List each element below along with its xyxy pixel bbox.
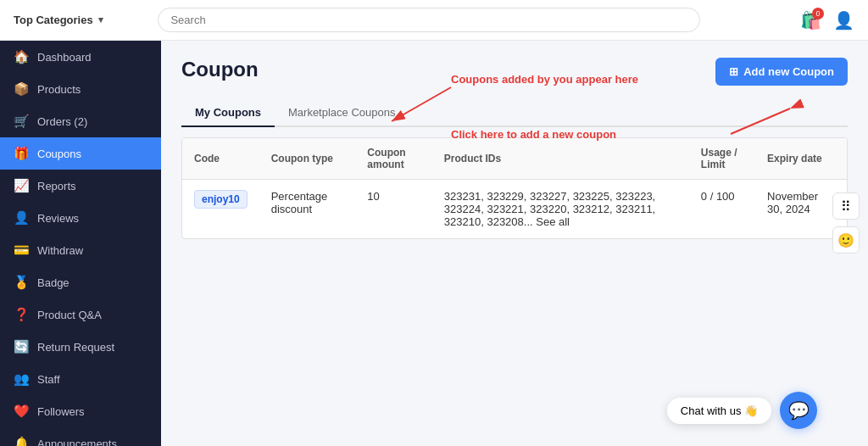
followers-icon: ❤️ (14, 404, 29, 419)
sidebar-item-products[interactable]: 📦 Products (0, 73, 161, 105)
reports-icon: 📈 (14, 178, 29, 193)
dashboard-icon: 🏠 (14, 49, 29, 64)
col-code: Code (182, 138, 259, 180)
add-coupon-label: Add new Coupon (743, 65, 834, 78)
sidebar-label: Withdraw (37, 244, 83, 257)
sidebar-label: Followers (37, 405, 85, 418)
top-categories-label: Top Categories (14, 14, 93, 26)
sidebar-label: Staff (37, 373, 60, 386)
search-wrapper (158, 8, 700, 32)
main-content: Coupons added by you appear here Click h… (161, 41, 868, 446)
grid-icon[interactable]: ⠿ (832, 192, 860, 220)
chevron-down-icon: ▾ (98, 14, 103, 25)
sidebar-item-orders[interactable]: 🛒 Orders (2) (0, 105, 161, 137)
cell-amount: 10 (355, 180, 431, 239)
tabs-bar: My Coupons Marketplace Coupons (181, 99, 848, 127)
sidebar-item-staff[interactable]: 👥 Staff (0, 363, 161, 395)
sidebar-item-reports[interactable]: 📈 Reports (0, 170, 161, 202)
announcements-icon: 🔔 (14, 436, 29, 446)
sidebar-label: Coupons (37, 148, 81, 160)
reviews-icon: 👤 (14, 210, 29, 226)
profile-icon[interactable]: 👤 (833, 10, 854, 31)
products-icon: 📦 (14, 81, 29, 97)
table-row: enjoy10 Percentage discount 10 323231, 3… (182, 180, 847, 239)
topbar-icons: 🛍️ 0 👤 (800, 10, 854, 31)
chat-bubble[interactable]: Chat with us 👋 (667, 398, 771, 424)
sidebar: 🏠 Dashboard 📦 Products 🛒 Orders (2) 🎁 Co… (0, 41, 161, 446)
coupon-code-badge: enjoy10 (194, 190, 248, 209)
cell-products: 323231, 323229, 323227, 323225, 323223, … (432, 180, 689, 239)
col-usage: Usage / Limit (689, 138, 755, 180)
coupon-table-wrapper: Code Coupon type Coupon amount Product I… (181, 137, 848, 239)
withdraw-icon: 💳 (14, 243, 29, 258)
search-input[interactable] (158, 8, 700, 32)
sidebar-label: Product Q&A (37, 309, 102, 321)
smiley-icon[interactable]: 🙂 (832, 226, 860, 254)
tab-my-coupons[interactable]: My Coupons (181, 99, 275, 127)
sidebar-item-productqa[interactable]: ❓ Product Q&A (0, 298, 161, 331)
coupon-table: Code Coupon type Coupon amount Product I… (182, 138, 847, 238)
sidebar-label: Orders (2) (37, 115, 87, 128)
cart-icon[interactable]: 🛍️ 0 (800, 10, 821, 31)
chat-icon: 💬 (788, 400, 810, 421)
sidebar-label: Return Request (37, 341, 114, 354)
badge-icon: 🏅 (14, 275, 29, 290)
col-expiry: Expiry date (755, 138, 847, 180)
cart-badge: 0 (812, 8, 824, 20)
sidebar-item-returnrequest[interactable]: 🔄 Return Request (0, 331, 161, 363)
sidebar-label: Announcements (37, 438, 117, 447)
sidebar-label: Products (37, 83, 81, 96)
cell-type: Percentage discount (259, 180, 356, 239)
coupons-icon: 🎁 (14, 146, 29, 161)
add-icon: ⊞ (729, 65, 738, 78)
sidebar-label: Reviews (37, 212, 79, 225)
tab-marketplace-coupons[interactable]: Marketplace Coupons (275, 99, 409, 127)
chat-button[interactable]: 💬 (780, 392, 817, 429)
chat-widget: Chat with us 👋 💬 (667, 392, 817, 429)
col-amount: Coupon amount (355, 138, 431, 180)
cell-code: enjoy10 (182, 180, 259, 239)
sidebar-label: Dashboard (37, 51, 92, 64)
return-icon: 🔄 (14, 339, 29, 354)
right-float-panel: ⠿ 🙂 (832, 192, 860, 254)
sidebar-item-followers[interactable]: ❤️ Followers (0, 395, 161, 427)
topbar: Top Categories ▾ 🛍️ 0 👤 (0, 0, 868, 41)
sidebar-label: Badge (37, 276, 70, 289)
staff-icon: 👥 (14, 371, 29, 387)
add-coupon-button[interactable]: ⊞ Add new Coupon (715, 58, 848, 86)
sidebar-item-announcements[interactable]: 🔔 Announcements (0, 427, 161, 446)
layout: 🏠 Dashboard 📦 Products 🛒 Orders (2) 🎁 Co… (0, 41, 868, 446)
page-title: Coupon (181, 58, 259, 81)
top-categories-menu[interactable]: Top Categories ▾ (14, 14, 103, 26)
sidebar-item-withdraw[interactable]: 💳 Withdraw (0, 234, 161, 266)
sidebar-item-reviews[interactable]: 👤 Reviews (0, 202, 161, 234)
sidebar-item-badge[interactable]: 🏅 Badge (0, 266, 161, 298)
col-products: Product IDs (432, 138, 689, 180)
cell-usage: 0 / 100 (689, 180, 755, 239)
sidebar-item-dashboard[interactable]: 🏠 Dashboard (0, 41, 161, 73)
qa-icon: ❓ (14, 307, 29, 322)
sidebar-label: Reports (37, 180, 76, 192)
table-header-row: Code Coupon type Coupon amount Product I… (182, 138, 847, 180)
col-type: Coupon type (259, 138, 356, 180)
sidebar-item-coupons[interactable]: 🎁 Coupons (0, 137, 161, 170)
page-header: Coupon ⊞ Add new Coupon (181, 58, 848, 86)
orders-icon: 🛒 (14, 114, 29, 129)
